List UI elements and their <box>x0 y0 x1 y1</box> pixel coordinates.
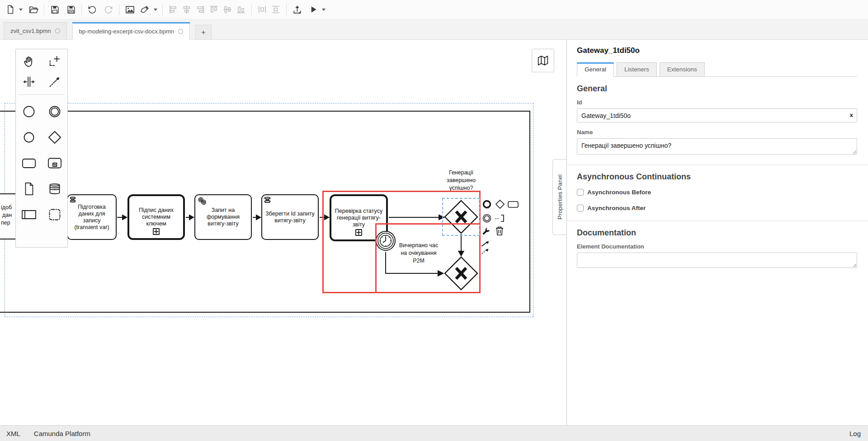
tab-zvit-csv1[interactable]: zvit_csv1.bpmn <box>4 22 67 39</box>
create-gateway[interactable] <box>45 128 65 146</box>
context-pad-append-task[interactable] <box>507 198 519 210</box>
align-top-button[interactable] <box>207 3 221 16</box>
section-divider <box>567 220 868 221</box>
space-tool[interactable] <box>19 73 39 91</box>
toolbar-separator <box>119 4 119 15</box>
xml-view-button[interactable]: XML <box>6 430 20 437</box>
create-participant[interactable] <box>19 206 39 224</box>
chevron-down-icon <box>19 9 23 11</box>
global-connect-tool[interactable] <box>45 73 65 91</box>
asynchronous-after-checkbox[interactable] <box>577 205 584 211</box>
new-tab-button[interactable]: + <box>195 25 212 39</box>
task-save-request-id[interactable]: Зберегти Id запиту витягу-звіту <box>261 194 319 240</box>
clipped-task-text: пер <box>1 220 10 226</box>
align-bottom-button[interactable] <box>234 3 248 16</box>
image-icon <box>125 5 135 15</box>
tab-close-circle-icon[interactable] <box>178 29 183 34</box>
task-prepare-data[interactable]: Підготовка даних для запису (transient v… <box>67 194 117 240</box>
undo-icon <box>87 5 97 14</box>
distribute-horizontally-button[interactable] <box>255 3 269 16</box>
clear-id-icon[interactable]: x <box>850 112 853 118</box>
element-documentation-textarea[interactable] <box>577 253 857 268</box>
lasso-tool[interactable] <box>45 52 65 70</box>
align-left-button[interactable] <box>166 3 180 16</box>
context-pad-change-type-wrench-icon[interactable] <box>480 226 492 238</box>
context-pad-append-intermediate-event[interactable] <box>481 212 493 224</box>
save-button[interactable] <box>48 3 61 16</box>
distribute-vertically-button[interactable] <box>269 3 283 16</box>
create-start-event[interactable] <box>19 103 39 121</box>
tab-close-circle-icon[interactable] <box>55 28 60 33</box>
context-pad-delete-trash-icon[interactable] <box>494 225 505 237</box>
name-textarea[interactable]: Генерації завершено успішно? <box>577 138 857 155</box>
props-tab-general[interactable]: General <box>577 62 614 77</box>
new-file-icon <box>5 5 15 14</box>
task-request-report[interactable]: Запит на формування витягу-звіту <box>194 194 252 240</box>
log-toggle-button[interactable]: Log <box>849 430 861 437</box>
service-task-gears-icon <box>197 197 207 206</box>
align-center-icon <box>182 5 192 14</box>
format-copy-menu-button[interactable] <box>152 3 159 16</box>
save-as-icon <box>66 5 76 14</box>
props-tab-listeners[interactable]: Listeners <box>617 62 657 76</box>
status-bar: XML Camunda Platform Log <box>0 425 868 441</box>
hand-tool[interactable] <box>19 52 39 70</box>
id-input[interactable] <box>577 108 857 122</box>
toolbar-separator <box>162 4 163 15</box>
chevron-down-icon <box>154 9 157 11</box>
align-center-button[interactable] <box>180 3 193 16</box>
gateway-join[interactable] <box>441 253 481 294</box>
save-as-button[interactable] <box>64 3 78 16</box>
brush-icon <box>140 5 150 14</box>
properties-panel: Gateway_1tdi50o General Listeners Extens… <box>566 40 868 425</box>
new-file-menu-button[interactable] <box>17 3 24 16</box>
clipped-task-text: ідоб <box>1 204 12 211</box>
create-group[interactable] <box>45 206 65 224</box>
map-icon <box>536 54 550 67</box>
task-label: Підготовка даних для запису (transient v… <box>71 204 113 231</box>
deploy-button[interactable] <box>290 3 304 16</box>
minimap-toggle-button[interactable] <box>532 49 554 72</box>
format-copy-button[interactable] <box>138 3 152 16</box>
create-end-event[interactable] <box>19 128 39 146</box>
start-instance-menu-button[interactable] <box>320 3 327 16</box>
props-tab-extensions[interactable]: Extensions <box>660 62 705 76</box>
context-pad-append-end-event[interactable] <box>481 198 493 210</box>
subprocess-plus-marker[interactable] <box>153 228 160 235</box>
create-data-object[interactable] <box>19 180 39 198</box>
distribute-vertical-icon <box>271 5 281 14</box>
open-folder-icon <box>28 5 39 15</box>
context-pad-append-text-annotation[interactable] <box>494 212 506 224</box>
script-task-icon <box>264 197 271 204</box>
tab-bp-modeling-excerpt[interactable]: bp-modeling-excerpt-csv-docx.bpmn <box>72 22 190 40</box>
align-middle-button[interactable] <box>221 3 234 16</box>
execution-platform-label[interactable]: Camunda Platform <box>34 430 90 437</box>
async-section-heading: Asynchronous Continuations <box>577 172 857 182</box>
gateway-label[interactable]: Генерації завершено успішно? <box>439 169 484 192</box>
subprocess-plus-marker[interactable] <box>355 229 362 236</box>
tab-label: bp-modeling-excerpt-csv-docx.bpmn <box>79 28 174 35</box>
create-intermediate-event[interactable] <box>45 103 65 121</box>
properties-panel-toggle[interactable]: Properties Panel <box>552 159 566 235</box>
asynchronous-before-checkbox[interactable] <box>577 189 584 196</box>
undo-button[interactable] <box>85 3 99 16</box>
export-image-button[interactable] <box>123 3 137 16</box>
align-left-icon <box>168 5 178 14</box>
timer-label[interactable]: Вичерпано час на очікування Р2М <box>397 242 440 265</box>
context-pad-append-gateway[interactable] <box>494 198 506 210</box>
create-data-store[interactable] <box>45 180 65 198</box>
bpmn-canvas[interactable]: ідоб дан пер Підготовка даних для запису… <box>0 40 566 425</box>
create-task[interactable] <box>19 154 39 172</box>
open-file-button[interactable] <box>27 3 40 16</box>
redo-button[interactable] <box>102 3 115 16</box>
boundary-timer-event[interactable] <box>375 230 396 252</box>
new-file-button[interactable] <box>4 3 17 16</box>
start-instance-button[interactable] <box>307 3 320 16</box>
palette-separator <box>19 94 65 95</box>
documentation-section-heading: Documentation <box>577 228 857 238</box>
create-expanded-subprocess[interactable] <box>45 154 65 172</box>
align-right-button[interactable] <box>193 3 207 16</box>
context-pad-connect-tool[interactable] <box>480 239 492 256</box>
properties-tabs: General Listeners Extensions <box>577 62 857 77</box>
tab-label: Extensions <box>667 66 697 73</box>
